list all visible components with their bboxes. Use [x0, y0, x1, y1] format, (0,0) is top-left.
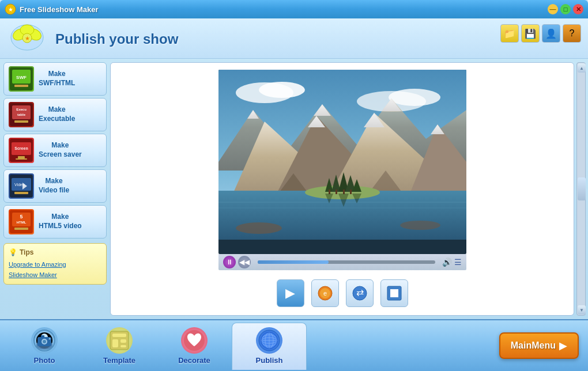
svg-point-36 [389, 89, 440, 106]
sidebar: SWF MakeSWF/HTML Execu table [3, 62, 110, 316]
video-icon: Video [9, 173, 34, 199]
play-button[interactable]: ▶ [277, 279, 304, 307]
make-screen-label: MakeScreen saver [39, 141, 82, 159]
svg-text:SWF: SWF [16, 75, 27, 80]
pause-button[interactable]: ⏸ [223, 256, 236, 268]
svg-rect-90 [120, 345, 126, 347]
user-button[interactable]: 👤 [542, 24, 560, 43]
tab-photo[interactable]: Photo [7, 322, 82, 369]
rewind-button[interactable]: ◀◀ [238, 256, 251, 268]
volume-icon[interactable]: 🔊 [442, 258, 452, 267]
html5-icon: 5 HTML [9, 209, 34, 234]
svg-text:⇄: ⇄ [356, 287, 363, 297]
tab-template[interactable]: Template [82, 322, 157, 369]
app-logo: ★ [7, 23, 47, 55]
tab-photo-label: Photo [34, 356, 55, 365]
svg-text:5: 5 [20, 214, 22, 219]
svg-rect-89 [120, 339, 126, 343]
web-preview-button[interactable]: e [311, 279, 339, 307]
convert-button[interactable]: ⇄ [346, 279, 374, 307]
svg-text:Execu: Execu [16, 108, 27, 111]
content-area: SWF MakeSWF/HTML Execu table [0, 59, 588, 319]
main-menu-label: MainMenu [511, 340, 556, 351]
open-folder-button[interactable]: 📁 [500, 24, 519, 43]
make-html5-button[interactable]: 5 HTML MakeHTML5 video [3, 205, 107, 238]
make-exe-button[interactable]: Execu table MakeExecutable [3, 98, 107, 131]
window-controls: — □ ✕ [548, 4, 583, 14]
tips-area: 💡 Tips Upgrade to AmazingSlideshow Maker [3, 243, 107, 285]
decorate-tab-icon [181, 327, 208, 354]
svg-text:★: ★ [8, 6, 13, 13]
svg-rect-60 [329, 190, 330, 194]
tab-decorate[interactable]: Decorate [157, 322, 232, 369]
close-button[interactable]: ✕ [573, 4, 583, 14]
main-window: ★ Publish your show 📁 💾 👤 ? SWF [0, 18, 588, 371]
svg-text:e: e [323, 290, 326, 297]
header-toolbar: 📁 💾 👤 ? [500, 24, 581, 43]
make-exe-label: MakeExecutable [39, 105, 75, 123]
exe-icon: Execu table [9, 102, 34, 127]
tab-publish[interactable]: Publish [232, 323, 307, 370]
scrollbar-thumb[interactable] [578, 177, 586, 200]
preview-area [218, 70, 466, 254]
preview-container: ⏸ ◀◀ 🔊 ☰ [218, 70, 466, 270]
window-title: Free Slideshow Maker [20, 5, 548, 14]
template-tab-icon [106, 327, 133, 354]
svg-point-83 [43, 340, 46, 343]
svg-text:★: ★ [25, 35, 30, 41]
svg-rect-87 [112, 334, 126, 337]
svg-point-34 [259, 82, 305, 98]
svg-rect-11 [14, 85, 28, 87]
svg-rect-62 [343, 190, 345, 194]
progress-bar[interactable] [258, 260, 435, 264]
main-panel: ⏸ ◀◀ 🔊 ☰ ▶ e [110, 62, 574, 316]
svg-rect-63 [350, 190, 352, 194]
make-html5-label: MakeHTML5 video [39, 213, 82, 230]
tips-link[interactable]: Upgrade to AmazingSlideshow Maker [9, 261, 66, 278]
scrollbar-up-arrow[interactable]: ▲ [578, 63, 586, 73]
svg-point-85 [49, 338, 51, 339]
make-video-label: MakeVideo file [39, 177, 69, 195]
minimize-button[interactable]: — [548, 4, 558, 14]
scrollbar[interactable]: ▲ ▼ [576, 62, 586, 316]
make-video-button[interactable]: Video MakeVideo file [3, 169, 107, 203]
save-button[interactable]: 💾 [521, 24, 540, 43]
svg-rect-16 [14, 120, 28, 123]
maximize-button[interactable]: □ [560, 4, 571, 14]
page-title: Publish your show [55, 31, 178, 47]
publish-tab-icon [256, 327, 282, 354]
scrollbar-down-arrow[interactable]: ▼ [578, 305, 586, 315]
tab-publish-label: Publish [256, 356, 283, 365]
svg-rect-61 [336, 190, 337, 194]
make-swf-label: MakeSWF/HTML [39, 70, 75, 88]
title-bar: ★ Free Slideshow Maker — □ ✕ [0, 0, 588, 18]
playlist-icon[interactable]: ☰ [454, 258, 462, 267]
tab-template-label: Template [103, 356, 135, 365]
bottom-nav: Photo Template [0, 319, 588, 371]
help-button[interactable]: ? [563, 24, 581, 43]
stop-button[interactable] [380, 279, 408, 307]
header: ★ Publish your show 📁 💾 👤 ? [0, 18, 588, 59]
screen-icon: Screen [9, 138, 34, 163]
svg-rect-21 [16, 158, 27, 160]
svg-rect-88 [112, 339, 118, 347]
svg-rect-26 [14, 192, 28, 194]
svg-text:Screen: Screen [14, 146, 28, 150]
svg-point-64 [236, 222, 282, 234]
swf-icon: SWF [9, 66, 34, 92]
media-controls-bar: ⏸ ◀◀ 🔊 ☰ [218, 254, 466, 270]
action-buttons: ▶ e ⇄ [277, 279, 408, 307]
app-icon: ★ [5, 3, 16, 15]
tab-decorate-label: Decorate [178, 356, 210, 365]
main-menu-arrow-icon: ▶ [559, 339, 567, 352]
svg-rect-84 [41, 335, 44, 338]
make-screen-button[interactable]: Screen MakeScreen saver [3, 134, 107, 167]
svg-point-65 [400, 221, 440, 230]
make-swf-button[interactable]: SWF MakeSWF/HTML [3, 62, 107, 96]
svg-text:table: table [17, 113, 26, 116]
tips-bulb-icon: 💡 [9, 248, 17, 256]
main-menu-button[interactable]: MainMenu ▶ [499, 332, 579, 359]
tips-header: 💡 Tips [9, 248, 101, 256]
svg-text:HTML: HTML [17, 221, 27, 224]
svg-rect-75 [390, 289, 398, 297]
